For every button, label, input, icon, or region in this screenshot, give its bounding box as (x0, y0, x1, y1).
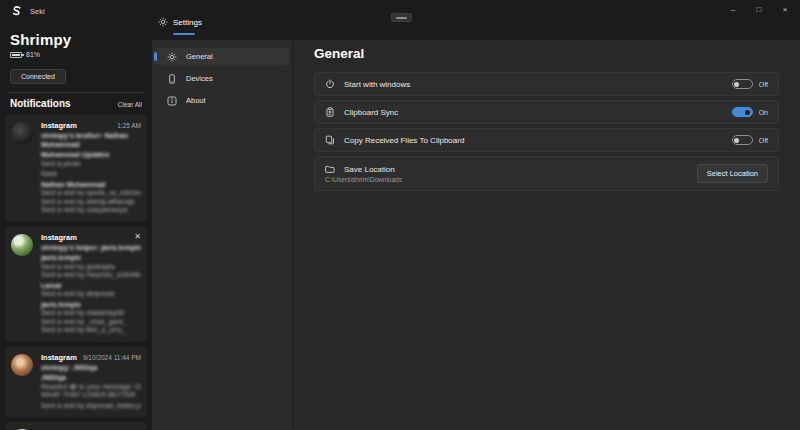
avatar (11, 234, 33, 256)
setting-label-block: Copy Received Files To Clipboard (325, 135, 464, 145)
nav-item-label: Devices (186, 74, 213, 83)
notification-line: Muhammad Updates (41, 151, 141, 160)
notification-line: Muhammad (41, 141, 141, 150)
notification-card[interactable]: Instagram✕shrimpy's helper: javis.temple… (5, 227, 147, 342)
setting-label-block: Save LocationC:\Users\shrim\Downloads (325, 164, 402, 183)
gear-icon (158, 17, 168, 27)
battery-icon (10, 52, 22, 58)
device-sidebar: Shrimpy 81% Connected Notifications Clea… (0, 24, 152, 430)
notification-app-name: Instagram (41, 353, 77, 362)
settings-main-panel: General Start with windowsOffClipboard S… (292, 40, 800, 430)
setting-row: Copy Received Files To ClipboardOff (314, 128, 779, 152)
settings-rows: Start with windowsOffClipboard SyncOnCop… (314, 72, 779, 191)
avatar (11, 354, 33, 376)
setting-label: Copy Received Files To Clipboard (344, 136, 464, 145)
toggle-state-label: Off (759, 137, 768, 144)
notification-line: Nathan Muhammad (41, 181, 141, 190)
settings-tab-label: Settings (173, 18, 202, 27)
select-location-button[interactable]: Select Location (697, 164, 768, 183)
toggle-knob (734, 82, 739, 87)
notification-list: Instagram1:25 AMshrimpy's brother: Natha… (5, 115, 147, 430)
notification-line: Sent a photo (41, 160, 141, 169)
pill-dash-icon (396, 17, 407, 19)
clear-all-button[interactable]: Clear All (118, 101, 142, 108)
notification-line: javis.temple (41, 301, 141, 310)
toggle-state-label: On (759, 109, 768, 116)
battery-status: 81% (10, 51, 142, 58)
info-icon (167, 96, 177, 106)
notification-timestamp: 1:25 AM (117, 122, 141, 129)
setting-row: Save LocationC:\Users\shrim\DownloadsSel… (314, 156, 779, 191)
notification-app-name: Instagram (41, 233, 77, 242)
maximize-button[interactable]: □ (746, 0, 772, 18)
notification-line: Sent a reel by crazyamazya (41, 206, 141, 215)
setting-control: Off (732, 135, 768, 145)
notification-line: Sent a reel by godnayia (41, 263, 141, 272)
seki-logo-icon (9, 4, 23, 18)
settings-nav-panel: GeneralDevicesAbout (152, 40, 292, 430)
tab-settings[interactable]: Settings (158, 17, 202, 27)
nav-item-label: General (186, 52, 213, 61)
smartphone-icon (167, 74, 177, 84)
power-icon (325, 79, 335, 89)
connection-status-badge[interactable]: Connected (10, 69, 66, 84)
close-button[interactable]: × (772, 0, 798, 18)
sidebar-divider (8, 92, 144, 93)
notification-line: Sent a reel by masamay06 (41, 309, 141, 318)
setting-row: Start with windowsOff (314, 72, 779, 96)
toggle-clipboard-sync[interactable] (732, 107, 753, 117)
notifications-title: Notifications (10, 98, 71, 109)
notification-line: Sent a reel by meymes_unlimited (41, 271, 141, 280)
setting-label-block: Clipboard Sync (325, 107, 398, 117)
minimize-button[interactable]: – (720, 0, 746, 18)
sidebar-item-devices[interactable]: Devices (154, 70, 289, 87)
notification-line: shrimpy's helper: javis.temple (41, 244, 141, 253)
setting-label: Clipboard Sync (344, 108, 398, 117)
titlebar-pill[interactable] (391, 13, 412, 22)
page-title: General (314, 46, 779, 61)
toggle-start-with-windows[interactable] (732, 79, 753, 89)
settings-tab-indicator (173, 33, 195, 35)
setting-control: Select Location (697, 164, 768, 183)
notification-card[interactable]: Instagram9/10/2024 11:44 PMshrimpy: JMSt… (5, 347, 147, 418)
notification-line: Sent a reel by shprmad_believ.pm_ (41, 402, 141, 411)
sidebar-item-about[interactable]: About (154, 92, 289, 109)
gear-icon (167, 52, 177, 62)
notification-card[interactable]: Instagram1:25 AMshrimpy's brother: Natha… (5, 115, 147, 222)
notification-line: WHAT THAT LOSER BETTER (41, 391, 141, 400)
notification-line: shrimpy's brother: Nathan (41, 132, 141, 141)
toggle-copy-received-files-to-clipboard[interactable] (732, 135, 753, 145)
clipboard-icon (325, 107, 335, 117)
notification-line: Sent a reel by dirtyreels (41, 290, 141, 299)
notification-line: shrimpy: JMStqa (41, 364, 141, 373)
device-name: Shrimpy (10, 31, 142, 48)
setting-row: Clipboard SyncOn (314, 100, 779, 124)
notification-line: Reacted 😂 to your message: OMG (41, 383, 141, 392)
notification-line: Nasir (41, 170, 141, 179)
notification-body: Instagram9/10/2024 11:44 PMshrimpy: JMSt… (41, 353, 141, 411)
notification-line: Sent a reel by _chas_gard_ (41, 318, 141, 327)
notification-app-name: Instagram (41, 121, 77, 130)
avatar (11, 122, 33, 144)
close-icon[interactable]: ✕ (134, 233, 141, 241)
notification-line: Sent a reel by sports_vs_memes (41, 189, 141, 198)
copy-icon (325, 135, 335, 145)
selected-indicator (154, 52, 157, 61)
toggle-state-label: Off (759, 81, 768, 88)
toggle-knob (734, 138, 739, 143)
notification-line: Lamar (41, 282, 141, 291)
save-location-path: C:\Users\shrim\Downloads (325, 176, 402, 183)
battery-percent: 81% (26, 51, 40, 58)
folder-icon (325, 164, 335, 174)
toggle-knob (745, 110, 750, 115)
sidebar-item-general[interactable]: General (154, 48, 289, 65)
setting-label: Save Location (344, 165, 395, 174)
window-title: Seki (30, 7, 45, 16)
app-window: Seki – □ × Shrimpy 81% Connected Notific… (0, 0, 800, 430)
notification-card[interactable]: Instagram9/10/2024 11:10 PMshrimpy: javi… (5, 422, 147, 430)
notification-timestamp: 9/10/2024 11:44 PM (83, 354, 141, 361)
setting-control: Off (732, 79, 768, 89)
notification-line: Sent a reel by fekt_a_urru_ (41, 326, 141, 335)
titlebar: Seki – □ × (0, 0, 800, 24)
notification-body: Instagram✕shrimpy's helper: javis.temple… (41, 233, 141, 335)
